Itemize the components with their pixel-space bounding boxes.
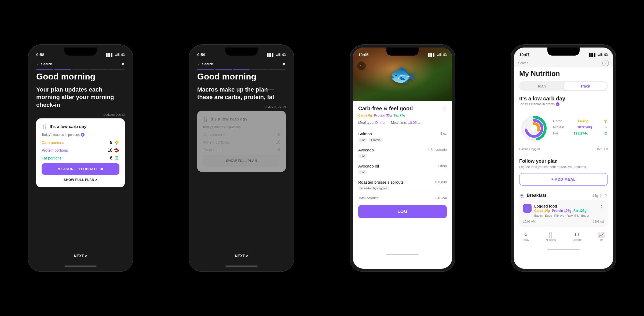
tag-carb-3: Carbs 6g xyxy=(358,114,372,117)
heart-icon-3[interactable]: ♡ xyxy=(442,106,447,112)
updated-text-2: Updated Dec 23 xyxy=(197,106,286,109)
back-icon-1: ← xyxy=(36,62,40,66)
status-bar-3: 10:05 ▋▋▋ wifi 93 xyxy=(353,48,452,59)
track-tab-4[interactable]: Track xyxy=(564,82,607,90)
card-icon-2: 🍴 xyxy=(203,116,208,122)
protein-label-1: Protein portions xyxy=(42,148,68,152)
time-2: 9:59 xyxy=(197,52,205,57)
home-bar-3 xyxy=(386,254,419,255)
screen-content-2: Good morning Macros make up the plan—the… xyxy=(192,72,291,248)
breakfast-name-4: Breakfast xyxy=(527,193,546,198)
notch-4 xyxy=(547,48,580,56)
more-icon-4[interactable]: ⋮ xyxy=(599,204,604,210)
p2-seg-1 xyxy=(197,69,214,70)
progress-seg-5 xyxy=(108,69,125,70)
measure-btn-1[interactable]: MEASURE TO UPDATE ⇄ xyxy=(42,163,119,175)
phone-1: 9:58 ▋▋▋ wifi 93 ← Search ✕ xyxy=(0,0,161,316)
nutrition-header-4: My Nutrition Plan Track It's a low carb … xyxy=(514,67,613,114)
logged-food-macros-4: Carbs 14g Protein 107g Fat 123g xyxy=(534,209,597,213)
info-icon-4: i xyxy=(556,102,559,106)
close-btn-1[interactable]: ✕ xyxy=(121,61,125,67)
macros-subtitle-2: Today's macros in portions xyxy=(203,125,280,129)
fat-label-2: Fat portions xyxy=(203,148,222,152)
right-icons-2: ▋▋▋ wifi 93 xyxy=(267,53,286,57)
meal-type-value-3[interactable]: Dinner xyxy=(375,121,386,125)
carb-value-1: 8 🌾 xyxy=(110,140,119,145)
avocado-oil-tags: Fat xyxy=(358,169,379,174)
signal-icon-3: ▋▋▋ xyxy=(428,53,435,57)
stat-fat-4: Fat 123/274g 🫙 xyxy=(553,131,608,135)
nav-nutrition-4[interactable]: 🍴 Nutrition xyxy=(546,231,556,242)
breakfast-title-row-4: ☕ Breakfast xyxy=(519,193,546,198)
wifi-icon-3: wifi xyxy=(437,53,441,57)
greeting-1: Good morning xyxy=(36,72,125,82)
fat-value-1: 6 🫙 xyxy=(110,155,119,161)
nav-back-2[interactable]: ← Search xyxy=(197,62,213,66)
phone-2: 9:59 ▋▋▋ wifi 93 ← Search ✕ xyxy=(161,0,322,316)
avocado-tags: Fat xyxy=(358,153,374,158)
show-plan-btn-2[interactable]: SHOW FULL PLAN xyxy=(203,155,280,166)
lf-protein-4: Protein 107g xyxy=(552,209,571,213)
search-link-2[interactable]: Search xyxy=(202,62,213,66)
close-breakfast-4[interactable]: ✕ xyxy=(605,193,608,198)
question-icon-4[interactable]: ? xyxy=(602,60,609,66)
stat-protein-4: Protein 107/149g ✓ xyxy=(553,125,608,129)
time-3: 10:05 xyxy=(358,52,368,57)
meal-time-value-3[interactable]: 10:05 am xyxy=(408,121,423,125)
nutrition-screen-4: My Nutrition Plan Track It's a low carb … xyxy=(514,67,613,269)
search-label-4: Search xyxy=(518,61,528,65)
search-row-4: Search ? xyxy=(514,59,613,67)
card-title-row-1: 🍴 It's a low carb day xyxy=(42,124,119,130)
breakfast-icon-4: ☕ xyxy=(519,193,525,198)
next-btn-1[interactable]: NEXT > xyxy=(31,248,130,263)
meal-section-breakfast-4: ☕ Breakfast 14g 🍴 ✕ 🍴 xyxy=(514,193,613,227)
lf-fat-4: Fat 123g xyxy=(573,209,587,213)
avocado-oil-tag-fat: Fat xyxy=(358,170,367,174)
ingredient-avocado: Avocado Fat 1.5 avocado xyxy=(358,145,447,161)
p2-seg-5 xyxy=(269,69,286,70)
ingredient-salmon-left: Salmon Fat Protein xyxy=(358,132,384,142)
home-indicator-2 xyxy=(192,263,291,269)
carb-label-1: Carb portions xyxy=(42,140,64,145)
measure-icon-1: ⇄ xyxy=(100,167,104,171)
plan-card-2: 🍴 It's a low carb day Today's macros in … xyxy=(197,111,286,172)
follow-plan-title-4: Follow your plan xyxy=(519,158,608,164)
fat-icon-4: 🫙 xyxy=(604,132,608,135)
donut-section-4: Carbs 14/45g 🌾 Protein 107/149g ✓ Fat 12… xyxy=(514,114,613,147)
main-text-1: Your plan updates each morning after you… xyxy=(36,86,125,109)
plan-tab-4[interactable]: Plan xyxy=(520,82,564,90)
next-btn-2[interactable]: NEXT > xyxy=(192,248,291,263)
add-meal-btn-4[interactable]: + ADD MEAL xyxy=(519,173,608,186)
card-title-1: It's a low carb day xyxy=(50,124,86,129)
donut-svg-4 xyxy=(519,114,549,143)
nav-me-4[interactable]: 📈 Me xyxy=(598,231,605,242)
logged-food-title-4: Logged food xyxy=(534,204,597,208)
nav-bar-1: ← Search ✕ xyxy=(31,59,130,69)
show-plan-link-1[interactable]: SHOW FULL PLAN > xyxy=(42,178,119,182)
nav-today-4[interactable]: ○ Today xyxy=(522,231,529,241)
salmon-tag-protein: Protein xyxy=(369,138,383,142)
progress-seg-1 xyxy=(36,69,53,70)
search-link-1[interactable]: Search xyxy=(41,62,52,66)
progress-seg-4 xyxy=(90,69,107,70)
meal-meta-3: Meal type: Dinner Meal time: 10:05 am xyxy=(358,121,447,125)
status-bar-1: 9:58 ▋▋▋ wifi 93 xyxy=(31,48,130,59)
log-btn-3[interactable]: LOG xyxy=(358,205,447,218)
time-4: 10:07 xyxy=(519,52,529,57)
nav-explore-4[interactable]: □ Explore xyxy=(572,231,581,241)
nav-back-1[interactable]: ← Search xyxy=(36,62,52,66)
tag-protein-3: Protein 33g xyxy=(374,114,391,117)
total-cal-value-3: 848 cal xyxy=(436,196,447,200)
protein-icon-4: ✓ xyxy=(605,125,608,129)
today-icon-4: ○ xyxy=(524,231,527,238)
plan-track-toggle-4: Plan Track xyxy=(519,81,608,91)
battery-3: 93 xyxy=(443,53,447,57)
fork-icon-4: 🍴 xyxy=(599,194,603,198)
notch-3 xyxy=(386,48,419,56)
total-cal-label-3: Total calories xyxy=(358,196,379,200)
p2-seg-3 xyxy=(233,69,250,70)
home-bar-2 xyxy=(225,266,258,267)
card-icon-1: 🍴 xyxy=(42,124,47,130)
avocado-oil-amount: 1 tbsp xyxy=(437,164,447,168)
close-btn-2[interactable]: ✕ xyxy=(282,61,286,67)
